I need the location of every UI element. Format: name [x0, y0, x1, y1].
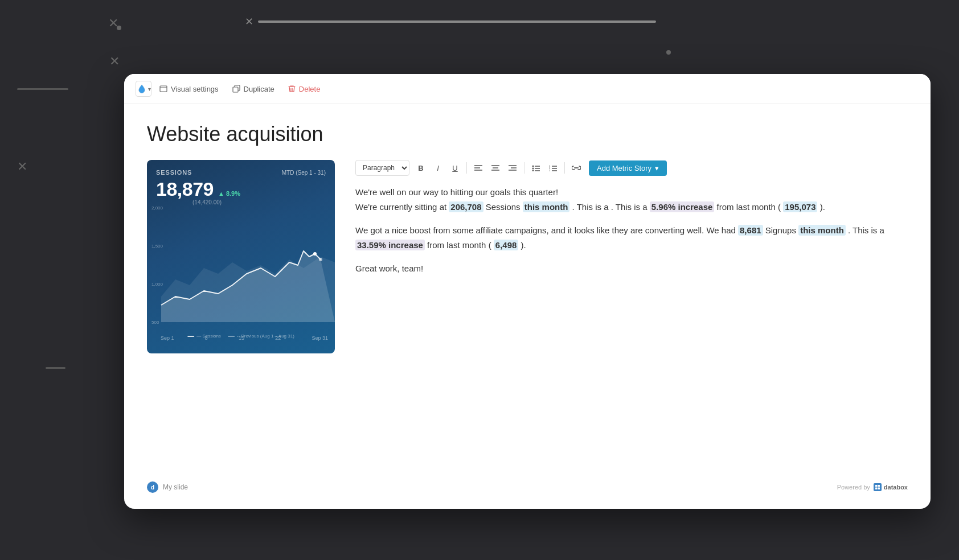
- deco-line-2: [46, 367, 65, 369]
- align-right-button[interactable]: [505, 160, 521, 176]
- close-icon[interactable]: ✕: [245, 15, 253, 28]
- story-p1-from: from last month (: [717, 202, 784, 212]
- legend-previous-label: -- Previous (Aug 1 – Aug 31): [237, 333, 294, 339]
- slide-name: My slide: [163, 483, 188, 491]
- story-p2-intro: We got a nice boost from some affiliate …: [355, 225, 736, 235]
- svg-point-17: [532, 168, 534, 170]
- top-bar: ✕: [245, 11, 931, 32]
- chart-legend: — Sessions -- Previous (Aug 1 – Aug 31): [187, 333, 294, 339]
- text-area: Paragraph B I U: [355, 160, 908, 475]
- story-p1-this-is: . This is a: [572, 202, 609, 212]
- rich-text-toolbar: Paragraph B I U: [355, 160, 908, 176]
- align-left-button[interactable]: [470, 160, 486, 176]
- unordered-list-button[interactable]: [528, 160, 544, 176]
- svg-rect-0: [160, 86, 167, 92]
- story-p2-increase: 33.59% increase: [355, 240, 425, 250]
- svg-text:3: 3: [549, 169, 551, 171]
- story-p1-prev: 195,073: [783, 201, 817, 212]
- link-button[interactable]: [568, 160, 584, 176]
- color-drop-icon: [137, 84, 147, 94]
- align-center-icon: [491, 164, 499, 171]
- italic-button[interactable]: I: [430, 160, 446, 176]
- unordered-list-icon: [532, 164, 540, 171]
- visual-settings-button[interactable]: Visual settings: [154, 81, 224, 97]
- svg-rect-29: [878, 485, 880, 487]
- story-p1-sessions-label: Sessions: [486, 202, 521, 212]
- add-metric-story-button[interactable]: Add Metric Story ▾: [589, 160, 667, 176]
- legend-previous-line: [228, 336, 235, 337]
- databox-icon-svg: [875, 484, 880, 490]
- deco-x-3: ✕: [17, 159, 27, 174]
- toolbar-divider-2: [524, 162, 524, 174]
- story-p2-this-is: . This is a: [848, 225, 884, 235]
- story-paragraph-3: Great work, team!: [355, 261, 908, 276]
- underline-button[interactable]: U: [447, 160, 463, 176]
- color-picker-button[interactable]: ▾: [136, 81, 151, 97]
- story-p3-text: Great work, team!: [355, 263, 423, 273]
- story-p2-signups: 8,681: [738, 225, 763, 236]
- chart-prev-value: (14,420.00): [192, 199, 326, 205]
- chart-widget: SESSIONS MTD (Sep 1 - 31) 18,879 ▲ 8.9% …: [147, 160, 335, 353]
- delete-icon: [288, 85, 296, 93]
- duplicate-icon: [232, 85, 240, 93]
- duplicate-button[interactable]: Duplicate: [227, 81, 280, 97]
- deco-dot-2: [666, 50, 671, 55]
- story-paragraph-2: We got a nice boost from some affiliate …: [355, 223, 908, 252]
- link-icon: [572, 164, 581, 171]
- databox-logo: databox: [874, 483, 908, 491]
- powered-by-label: Powered by: [837, 484, 870, 491]
- ordered-list-button[interactable]: 1 2 3: [545, 160, 561, 176]
- story-p1-increase: 5.96% increase: [650, 201, 715, 212]
- svg-rect-31: [878, 488, 880, 490]
- powered-by: Powered by databox: [837, 483, 908, 491]
- toolbar-divider-1: [466, 162, 467, 174]
- chart-header: SESSIONS MTD (Sep 1 - 31): [156, 169, 326, 176]
- databox-logo-icon: [874, 483, 882, 491]
- story-p1-sitting: We're currently sitting at: [355, 202, 446, 212]
- progress-bar-area: ✕: [245, 15, 656, 28]
- bold-button[interactable]: B: [413, 160, 429, 176]
- story-text: We're well on our way to hitting our goa…: [355, 185, 908, 285]
- visual-settings-icon: [159, 85, 167, 93]
- color-dropdown-arrow: ▾: [148, 86, 151, 92]
- slide-body: SESSIONS MTD (Sep 1 - 31) 18,879 ▲ 8.9% …: [147, 160, 908, 475]
- slide-title: Website acquisition: [147, 122, 908, 146]
- chart-svg-container: [147, 217, 335, 331]
- visual-settings-label: Visual settings: [171, 85, 219, 93]
- story-p2-from: from last month (: [427, 240, 494, 250]
- delete-button[interactable]: Delete: [282, 81, 326, 97]
- slide-footer: d My slide Powered by databox: [147, 475, 908, 493]
- align-left-icon: [474, 164, 482, 171]
- delete-label: Delete: [299, 85, 321, 93]
- story-p1-intro: We're well on our way to hitting our goa…: [355, 187, 558, 197]
- story-p1-this-month: this month: [523, 201, 570, 212]
- card-toolbar: ▾ Visual settings Duplicate Delete: [124, 74, 931, 104]
- slide-icon: d: [147, 481, 158, 493]
- progress-track: [258, 20, 656, 23]
- chart-svg: [147, 217, 335, 322]
- deco-x-2: ✕: [109, 54, 120, 69]
- chart-change: ▲ 8.9%: [218, 190, 240, 197]
- duplicate-label: Duplicate: [244, 85, 274, 93]
- deco-line-1: [17, 88, 68, 90]
- legend-sessions-line: [187, 336, 194, 337]
- story-p2-this-month: this month: [798, 225, 846, 236]
- legend-sessions-label: — Sessions: [196, 333, 221, 339]
- paragraph-style-select[interactable]: Paragraph: [355, 160, 409, 176]
- align-center-button[interactable]: [487, 160, 503, 176]
- add-metric-story-label: Add Metric Story: [597, 164, 651, 172]
- slide-footer-left: d My slide: [147, 481, 188, 493]
- svg-rect-28: [875, 485, 878, 487]
- story-p1-this-is-a: . This is a: [611, 202, 647, 212]
- add-metric-dropdown-arrow: ▾: [655, 164, 659, 172]
- story-p2-signups-label: Signups: [765, 225, 796, 235]
- chart-value-row: 18,879 ▲ 8.9%: [156, 178, 326, 200]
- svg-rect-3: [233, 87, 238, 92]
- svg-point-4: [313, 252, 317, 256]
- databox-brand-name: databox: [884, 484, 908, 491]
- content-area: Website acquisition SESSIONS MTD (Sep 1 …: [124, 104, 931, 507]
- story-p1-end: ).: [820, 202, 825, 212]
- story-p2-prev: 6,498: [494, 240, 519, 250]
- story-paragraph-1: We're well on our way to hitting our goa…: [355, 185, 908, 214]
- svg-point-5: [319, 258, 322, 261]
